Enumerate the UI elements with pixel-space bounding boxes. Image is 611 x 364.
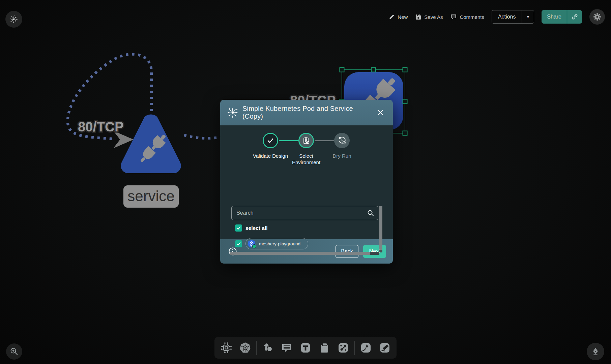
svg-text:service: service [127,188,174,204]
floppy-icon [415,14,421,20]
dock-sketch-button[interactable] [377,340,392,356]
component-browser-icon [220,342,232,354]
kubernetes-icon [239,341,252,354]
dock-comment-button[interactable] [279,340,294,356]
modal-body: Validate Design Select Environment Dry R… [220,125,393,239]
search-icon-button[interactable] [367,209,374,218]
pen-icon [360,342,372,354]
share-link-button[interactable] [567,10,582,24]
link-icon [571,13,578,20]
next-button[interactable]: Next [363,245,386,258]
share-label: Share [542,10,567,24]
service-node-label[interactable]: service [123,185,179,208]
step-label-validate-design: Validate Design [252,153,289,159]
comments-label: Comments [460,14,484,20]
select-all-label: select all [245,225,268,231]
close-icon [377,109,384,116]
meshery-logo-icon [10,16,18,23]
bottom-dock [214,337,397,359]
vertical-scrollbar[interactable] [379,206,382,250]
environment-search [231,206,378,220]
environment-name: meshery-playground [259,241,300,246]
text-icon [299,342,312,354]
meshery-logo-button[interactable] [5,11,22,28]
step-connector-pending [315,140,334,141]
actions-label: Actions [492,10,522,23]
share-button[interactable]: Share [542,10,582,24]
step-label-select-environment: Select Environment [288,153,325,166]
status-dot [252,244,256,248]
pen-nib-icon [591,347,600,356]
dock-relationship-button[interactable] [336,340,351,356]
environment-checkbox[interactable] [235,240,242,247]
horizontal-scrollbar[interactable] [230,252,370,255]
step-connector-done [279,140,298,141]
save-as-label: Save As [424,14,443,20]
stepper: Validate Design Select Environment Dry R… [220,133,393,177]
step-dry-run[interactable] [334,133,350,148]
sketch-icon [379,342,391,354]
dock-pen-button[interactable] [358,340,374,356]
environment-chip[interactable]: meshery-playground [245,238,308,249]
comment-icon [281,342,293,354]
relationship-icon [337,342,349,354]
image-icon [318,342,330,354]
dock-shapes-button[interactable] [260,340,275,356]
dock-image-button[interactable] [317,340,332,356]
step-label-dry-run: Dry Run [323,153,360,159]
shapes-icon [262,342,274,354]
search-input[interactable] [231,206,378,220]
history-gear-icon [338,136,346,145]
step-validate-design[interactable] [263,133,278,148]
dock-kubernetes-button[interactable] [237,340,253,356]
design-mode-button[interactable] [587,343,604,360]
caret-down-icon[interactable]: ▼ [522,10,534,23]
top-toolbar: New Save As Comments Actions ▼ Share [388,9,605,24]
pencil-icon [388,14,395,20]
dock-text-button[interactable] [298,340,313,356]
environment-row: meshery-playground [235,238,308,249]
dock-component-browser-button[interactable] [219,340,234,356]
service-node[interactable] [121,115,181,174]
meshery-logo-icon [228,108,238,118]
checkmark-icon [236,225,241,231]
vertical-scrollbar-track [379,250,382,252]
horizontal-scrollbar-track [230,252,379,255]
back-button[interactable]: Back [336,245,358,258]
step-select-environment[interactable] [298,133,314,148]
search-icon [367,209,374,217]
gear-icon [593,13,601,21]
comments-button[interactable]: Comments [450,13,484,20]
comment-icon [450,13,457,20]
deploy-modal: Simple Kubernetes Pod and Service (Copy) [220,100,393,264]
clipboard-gear-icon [302,136,310,145]
new-label: New [398,14,408,20]
dock-divider [256,341,257,355]
modal-header: Simple Kubernetes Pod and Service (Copy) [220,100,393,125]
dock-divider [354,341,355,355]
actions-button[interactable]: Actions ▼ [492,10,534,24]
select-all-checkbox[interactable] [235,224,242,232]
port-label-left: 80/TCP [78,119,124,134]
check-icon [266,136,274,145]
modal-title: Simple Kubernetes Pod and Service (Copy) [242,105,371,120]
kubernetes-avatar [247,239,256,248]
settings-button[interactable] [589,9,605,25]
checkmark-icon [236,241,241,246]
close-button[interactable] [375,108,385,118]
new-button[interactable]: New [388,14,408,20]
zoom-in-button[interactable] [6,343,22,360]
select-all-row: select all [235,224,268,232]
save-as-button[interactable]: Save As [415,14,443,20]
zoom-in-icon [10,347,19,356]
